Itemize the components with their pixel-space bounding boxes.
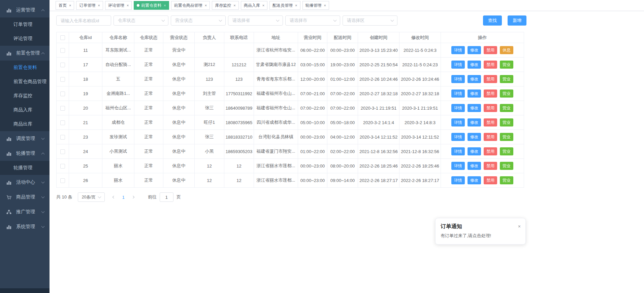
- tab-配送员管理[interactable]: 配送员管理×: [269, 1, 300, 10]
- detail-button[interactable]: 详情: [451, 176, 465, 184]
- tab-商品入库[interactable]: 商品入库×: [241, 1, 267, 10]
- edit-button[interactable]: 修改: [468, 162, 481, 170]
- next-page-button[interactable]: [132, 195, 135, 199]
- tab-前置仓商品管理[interactable]: 前置仓商品管理×: [171, 1, 210, 10]
- open-button[interactable]: 营业: [500, 118, 513, 126]
- disable-button[interactable]: 禁用: [484, 89, 497, 98]
- edit-button[interactable]: 修改: [468, 118, 481, 126]
- row-checkbox[interactable]: [60, 106, 65, 111]
- warehouse-search-input[interactable]: [56, 15, 111, 26]
- sidebar-group-toggle[interactable]: 运营管理: [0, 3, 50, 17]
- edit-button[interactable]: 修改: [468, 61, 481, 69]
- row-checkbox[interactable]: [60, 77, 65, 82]
- detail-button[interactable]: 详情: [451, 104, 465, 112]
- sidebar-item[interactable]: 前置仓资料: [0, 61, 50, 75]
- open-button[interactable]: 营业: [500, 61, 513, 69]
- page-number-current[interactable]: 1: [122, 195, 125, 200]
- tab-轮播管理[interactable]: 轮播管理×: [302, 1, 329, 10]
- filter-select[interactable]: 请选择区: [343, 15, 397, 26]
- rest-button[interactable]: 休息: [500, 46, 513, 54]
- actions-cell: 详情修改禁用营业: [441, 173, 524, 188]
- disable-button[interactable]: 禁用: [484, 162, 497, 170]
- detail-button[interactable]: 详情: [451, 133, 465, 141]
- tab-首页[interactable]: 首页×: [56, 1, 74, 10]
- row-checkbox[interactable]: [60, 120, 65, 125]
- open-button[interactable]: 营业: [500, 162, 513, 170]
- edit-button[interactable]: 修改: [468, 46, 481, 54]
- filter-select[interactable]: 仓库状态: [114, 15, 168, 26]
- filter-select[interactable]: 营业状态: [171, 15, 226, 26]
- tab-评论管理[interactable]: 评论管理×: [105, 1, 132, 10]
- close-icon[interactable]: ×: [324, 3, 326, 7]
- sidebar-item[interactable]: 商品出库: [0, 117, 50, 131]
- open-button[interactable]: 营业: [500, 104, 513, 112]
- detail-button[interactable]: 详情: [451, 162, 465, 170]
- edit-button[interactable]: 修改: [468, 133, 481, 141]
- select-all-checkbox[interactable]: [60, 35, 65, 40]
- sidebar-item[interactable]: 前置仓商品管理: [0, 75, 50, 89]
- tab-库存监控[interactable]: 库存监控×: [212, 1, 238, 10]
- open-button[interactable]: 营业: [500, 176, 513, 184]
- disable-button[interactable]: 禁用: [484, 75, 497, 83]
- open-button[interactable]: 营业: [500, 133, 513, 141]
- prev-page-button[interactable]: [112, 195, 115, 199]
- edit-button[interactable]: 修改: [468, 147, 481, 155]
- filter-select[interactable]: 请选择省: [228, 15, 283, 26]
- row-checkbox[interactable]: [60, 91, 65, 96]
- detail-button[interactable]: 详情: [451, 89, 465, 98]
- search-button[interactable]: 查找: [483, 15, 502, 26]
- sidebar-item[interactable]: 轮播管理: [0, 161, 50, 175]
- detail-button[interactable]: 详情: [451, 118, 465, 126]
- sidebar-group-toggle[interactable]: 活动中心: [0, 175, 50, 190]
- row-checkbox[interactable]: [60, 178, 65, 183]
- sidebar-item[interactable]: 订单管理: [0, 17, 50, 32]
- open-button[interactable]: 营业: [500, 89, 513, 98]
- disable-button[interactable]: 禁用: [484, 147, 497, 155]
- tab-前置仓资料[interactable]: 前置仓资料×: [134, 1, 169, 10]
- close-icon[interactable]: ×: [205, 3, 207, 7]
- close-icon[interactable]: ×: [164, 3, 166, 7]
- open-button[interactable]: 营业: [500, 147, 513, 155]
- close-icon[interactable]: ×: [295, 3, 297, 7]
- detail-button[interactable]: 详情: [451, 75, 465, 83]
- edit-button[interactable]: 修改: [468, 176, 481, 184]
- open-button[interactable]: 营业: [500, 75, 513, 83]
- row-checkbox[interactable]: [60, 149, 65, 154]
- close-icon[interactable]: ×: [98, 3, 100, 7]
- close-icon[interactable]: ×: [69, 3, 71, 7]
- sidebar-item[interactable]: 商品入库: [0, 103, 50, 117]
- sidebar-group-toggle[interactable]: 轮播管理: [0, 146, 50, 161]
- sidebar-group-toggle[interactable]: 前置仓管理: [0, 46, 50, 61]
- row-checkbox[interactable]: [60, 164, 65, 169]
- disable-button[interactable]: 禁用: [484, 104, 497, 112]
- disable-button[interactable]: 禁用: [484, 61, 497, 69]
- sidebar-group-toggle[interactable]: 推广管理: [0, 205, 50, 219]
- edit-button[interactable]: 修改: [468, 104, 481, 112]
- sidebar-group-toggle[interactable]: 商品管理: [0, 190, 50, 205]
- goto-page-input[interactable]: [160, 192, 173, 202]
- row-checkbox[interactable]: [60, 135, 65, 140]
- disable-button[interactable]: 禁用: [484, 46, 497, 54]
- sidebar-group-toggle[interactable]: 调度管理: [0, 131, 50, 146]
- disable-button[interactable]: 禁用: [484, 176, 497, 184]
- row-checkbox[interactable]: [60, 63, 65, 67]
- detail-button[interactable]: 详情: [451, 46, 465, 54]
- filter-select[interactable]: 请选择市: [285, 15, 340, 26]
- close-icon[interactable]: ×: [233, 3, 235, 7]
- sidebar-item[interactable]: 评论管理: [0, 32, 50, 46]
- close-icon[interactable]: ×: [262, 3, 264, 7]
- page-size-select[interactable]: 20条/页: [78, 192, 105, 202]
- detail-button[interactable]: 详情: [451, 61, 465, 69]
- disable-button[interactable]: 禁用: [484, 133, 497, 141]
- tab-订单管理[interactable]: 订单管理×: [76, 1, 103, 10]
- add-button[interactable]: 新增: [508, 15, 526, 26]
- sidebar-group-toggle[interactable]: 系统管理: [0, 219, 50, 234]
- detail-button[interactable]: 详情: [451, 147, 465, 155]
- edit-button[interactable]: 修改: [468, 89, 481, 98]
- close-icon[interactable]: ×: [518, 224, 521, 229]
- disable-button[interactable]: 禁用: [484, 118, 497, 126]
- edit-button[interactable]: 修改: [468, 75, 481, 83]
- sidebar-item[interactable]: 库存监控: [0, 89, 50, 103]
- close-icon[interactable]: ×: [127, 3, 129, 7]
- row-checkbox[interactable]: [60, 48, 65, 53]
